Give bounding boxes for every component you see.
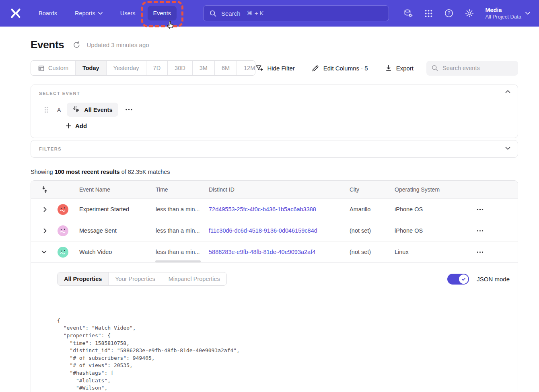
event-row-letter: A <box>57 107 61 113</box>
cell-time: less than a min... <box>152 227 205 234</box>
chevron-down-icon <box>41 250 47 254</box>
column-header-time[interactable]: Time <box>152 186 205 193</box>
table-toolbar: Hide Filter Edit Columns · 5 Export <box>255 61 518 76</box>
date-range-option[interactable]: 3M <box>193 61 215 75</box>
svg-text:?: ? <box>448 10 451 16</box>
chevron-down-icon <box>98 12 103 15</box>
filters-panel: FILTERS <box>31 140 518 158</box>
row-more-options-icon[interactable] <box>477 230 518 232</box>
cell-distinct-id-link[interactable]: 5886283e-e9fb-48fb-81de-40e9093a2af4 <box>205 249 346 255</box>
column-header-city[interactable]: City <box>346 186 391 193</box>
date-range-option[interactable]: 7D <box>146 61 168 75</box>
date-range-label: 6M <box>222 65 230 71</box>
json-line: "# of views": 20535, <box>57 362 510 369</box>
chevron-right-icon <box>43 207 47 212</box>
table-row[interactable]: Message Sent less than a min... f11c30d6… <box>31 220 518 241</box>
date-range-option[interactable]: 30D <box>168 61 193 75</box>
project-switcher[interactable]: Media All Project Data <box>485 6 530 20</box>
json-line: { <box>57 317 510 325</box>
row-expander[interactable] <box>31 250 50 254</box>
add-event-button[interactable]: Add <box>66 122 87 129</box>
column-header-distinct-id[interactable]: Distinct ID <box>205 186 346 193</box>
help-icon[interactable]: ? <box>444 8 454 18</box>
chevron-up-icon[interactable] <box>505 90 510 93</box>
cell-time: less than a min... <box>152 206 205 213</box>
select-event-panel: SELECT EVENT A All Events <box>31 85 518 138</box>
sort-order-icon[interactable] <box>31 186 50 193</box>
table-row[interactable]: Experiment Started less than a min... 72… <box>31 199 518 220</box>
select-event-label: SELECT EVENT <box>39 91 510 96</box>
export-label: Export <box>396 65 414 72</box>
row-more-options-icon[interactable] <box>477 208 518 210</box>
event-cursor-sparkle-icon <box>73 106 80 113</box>
cell-city: (not set) <box>346 249 391 255</box>
nav-item[interactable]: Reports <box>69 6 108 21</box>
nav-right-group: ? Media All Project Data <box>403 6 530 20</box>
search-shortcut: ⌘ + K <box>247 10 263 17</box>
hide-filter-label: Hide Filter <box>267 65 294 72</box>
apps-grid-icon[interactable] <box>424 9 433 18</box>
edit-columns-button[interactable]: Edit Columns · 5 <box>312 64 368 72</box>
search-events-input[interactable] <box>442 65 513 71</box>
search-placeholder: Search <box>221 10 241 17</box>
json-line: "#hashtags": [ <box>57 369 510 377</box>
json-line: "properties": { <box>57 332 510 340</box>
nav-item[interactable]: Users <box>115 6 141 21</box>
data-management-icon[interactable] <box>403 8 413 19</box>
selected-event-name: All Events <box>84 107 112 113</box>
global-search-bar[interactable]: Search ⌘ + K <box>203 5 389 21</box>
chevron-down-icon[interactable] <box>505 146 510 150</box>
event-more-options-icon[interactable] <box>125 109 133 111</box>
date-range-label: 7D <box>153 65 161 71</box>
hide-filter-button[interactable]: Hide Filter <box>255 64 294 72</box>
search-icon <box>431 64 438 72</box>
row-expander[interactable] <box>31 228 50 233</box>
row-more-options-icon[interactable] <box>477 251 518 253</box>
date-range-label: Today <box>82 65 99 71</box>
event-avatar <box>58 225 68 236</box>
date-range-option[interactable]: 6M <box>215 61 237 75</box>
properties-tab[interactable]: All Properties <box>58 272 109 285</box>
table-body: Experiment Started less than a min... 72… <box>31 199 518 263</box>
date-range-picker: Custom Today Yesterday 7D <box>31 60 255 76</box>
json-mode-toggle[interactable] <box>447 274 469 285</box>
event-json-viewer: { "event": "Watch Video", "properties": … <box>57 295 510 392</box>
properties-tab[interactable]: Mixpanel Properties <box>162 272 226 285</box>
date-range-label: 3M <box>200 65 208 71</box>
column-header-event-name[interactable]: Event Name <box>75 186 152 193</box>
export-button[interactable]: Export <box>385 64 414 72</box>
json-line: "#lolCats", <box>57 377 510 385</box>
project-scope: All Project Data <box>485 14 521 20</box>
properties-tab[interactable]: Your Properties <box>109 272 162 285</box>
edit-columns-label: Edit Columns · 5 <box>323 65 368 72</box>
download-icon <box>385 64 392 72</box>
cell-distinct-id-link[interactable]: 72d49553-25fc-4f0c-b436-1b5ac6ab3388 <box>205 206 346 213</box>
pencil-icon <box>312 64 319 72</box>
row-expander[interactable] <box>31 207 50 212</box>
horizontal-scrollbar-thumb[interactable] <box>155 260 201 262</box>
refresh-icon[interactable] <box>73 41 80 49</box>
drag-handle-icon[interactable] <box>44 106 49 113</box>
nav-item[interactable]: Events <box>148 6 177 21</box>
cell-time: less than a min... <box>152 249 205 255</box>
properties-tabs: All Properties Your Properties Mixpanel … <box>57 272 227 286</box>
json-line: "#Wilson", <box>57 384 510 392</box>
results-count: 100 most recent results <box>55 169 120 175</box>
cell-os: Linux <box>391 249 463 255</box>
table-row[interactable]: Watch Video less than a min... 5886283e-… <box>31 241 518 263</box>
column-header-os[interactable]: Operating System <box>391 186 463 193</box>
date-range-option[interactable]: Custom <box>31 61 76 75</box>
date-range-option[interactable]: Yesterday <box>107 61 146 75</box>
date-range-option[interactable]: Today <box>76 61 107 75</box>
settings-gear-icon[interactable] <box>465 8 474 18</box>
tab-label: All Properties <box>64 276 102 282</box>
date-range-option[interactable]: 12M <box>237 61 255 75</box>
plus-icon <box>66 123 72 129</box>
nav-item[interactable]: Boards <box>33 6 63 21</box>
cell-distinct-id-link[interactable]: f11c30d6-dc6d-4518-9136-0d046159c84d <box>205 227 346 234</box>
tab-label: Your Properties <box>115 276 155 282</box>
mixpanel-logo-icon[interactable] <box>9 6 23 20</box>
search-icon <box>209 10 217 17</box>
table-header-row: Event Name Time Distinct ID City Operati… <box>31 181 518 199</box>
selected-event-button[interactable]: All Events <box>67 103 118 117</box>
